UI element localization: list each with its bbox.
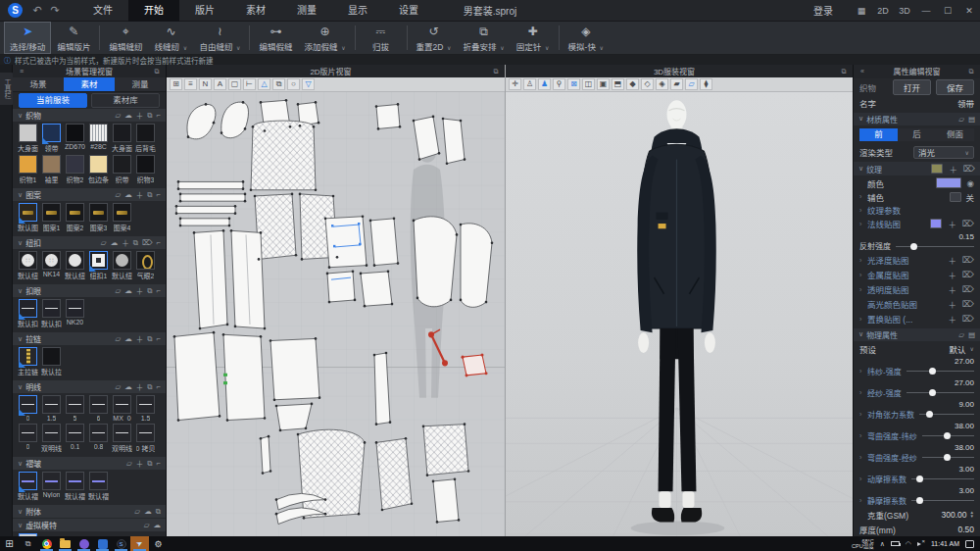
add-map-icon[interactable]: ＋ [948, 298, 956, 310]
network-icon[interactable]: ◠ [906, 540, 911, 548]
chevron-right-icon[interactable]: › [859, 389, 864, 396]
color-swatch[interactable] [936, 177, 961, 188]
delete-map-icon[interactable]: ⌦ [962, 255, 974, 265]
pattern-piece[interactable] [370, 219, 398, 266]
maximize-button[interactable]: ☐ [937, 0, 958, 22]
material-tile[interactable]: 0.1 [65, 424, 85, 453]
add-map-icon[interactable]: ＋ [948, 269, 956, 280]
ruler-icon[interactable]: ⊢ [243, 78, 256, 90]
plus-icon[interactable]: ＋ [136, 110, 144, 121]
view-cube-icon[interactable]: ⊠ [567, 78, 580, 90]
start-button[interactable]: ⊞ [0, 536, 19, 551]
folder-icon[interactable]: ▱ [115, 111, 121, 120]
folder-icon[interactable]: ▱ [115, 382, 121, 391]
chevron-down-icon[interactable]: ∨ [858, 115, 863, 123]
menu-文件[interactable]: 文件 [77, 0, 128, 22]
layout-3d-button[interactable]: 3D [894, 0, 915, 22]
subtab-当前服装[interactable]: 当前服装 [19, 93, 87, 108]
trash-icon[interactable]: ⌦ [142, 238, 153, 247]
chrome-app[interactable] [37, 536, 56, 551]
render-type-select[interactable]: 消光 ∨ [913, 146, 974, 159]
plus-icon[interactable]: ＋ [136, 458, 144, 469]
material-tile[interactable]: #28C [88, 124, 109, 153]
panel-collapse-icon[interactable]: « [858, 68, 867, 75]
shirt-icon[interactable]: △ [258, 78, 270, 90]
fold-arrange-button[interactable]: ⧉折叠安排 ∨ [458, 22, 511, 54]
material-tile[interactable]: 图案3 [88, 203, 109, 232]
pattern-piece[interactable] [261, 436, 270, 473]
chevron-right-icon[interactable]: › [859, 368, 864, 375]
texture-thumbnail[interactable] [931, 164, 943, 174]
volume-muted-icon[interactable] [917, 540, 925, 547]
copy-icon[interactable]: ⧉ [147, 334, 152, 344]
chevron-down-icon[interactable]: ∨ [858, 330, 863, 338]
property-slider[interactable] [911, 474, 974, 483]
iron-shape-button[interactable]: ⎓归拔 [359, 22, 404, 54]
material-tile[interactable]: 大身面 [18, 124, 38, 153]
chevron-right-icon[interactable]: › [859, 272, 864, 278]
gsm-stepper[interactable]: ▲▼ [970, 511, 974, 519]
material-tile[interactable]: NK20 [65, 299, 85, 328]
pattern-piece[interactable] [276, 404, 312, 430]
dropdown-caret-icon[interactable]: ∨ [543, 45, 549, 51]
chevron-right-icon[interactable]: › [859, 497, 864, 504]
material-tile[interactable]: 纽扣1 [88, 251, 109, 280]
menu-开始[interactable]: 开始 [128, 0, 179, 22]
panel-float-icon[interactable]: ⧉ [152, 68, 162, 75]
style3d-launcher-app[interactable]: S [112, 536, 130, 551]
copy-icon[interactable]: ⧉ [133, 238, 138, 248]
copy-icon[interactable]: ⧉ [147, 286, 152, 296]
property-slider[interactable] [922, 430, 974, 440]
delete-map-icon[interactable]: ⌦ [962, 219, 974, 228]
garment-mesh-icon[interactable]: ◇ [641, 78, 654, 90]
face-tab-侧面[interactable]: 侧面 [936, 128, 974, 141]
tab-素材[interactable]: 素材 [64, 77, 115, 91]
settings-app[interactable]: ⚙ [149, 536, 168, 551]
material-tile[interactable]: ZD670 [65, 124, 85, 153]
material-tile[interactable]: 袖里 [41, 155, 62, 184]
edit-pattern-button[interactable]: ✎编辑版片 [51, 22, 96, 54]
material-tile[interactable]: 双明线 [41, 424, 62, 453]
plus-icon[interactable]: ＋ [136, 189, 144, 200]
plus-icon[interactable]: ＋ [136, 381, 144, 392]
undo-icon[interactable]: ↶ [28, 4, 46, 17]
export-look-icon[interactable]: ⧫ [700, 78, 712, 90]
pattern-piece[interactable] [194, 230, 227, 328]
reset-2d-button[interactable]: ↺重置2D ∨ [411, 22, 458, 54]
pattern-name-icon[interactable]: N [199, 78, 212, 90]
pattern-canvas[interactable] [167, 92, 505, 536]
folder-icon[interactable]: ▱ [958, 330, 964, 339]
face-tab-后[interactable]: 后 [898, 128, 936, 141]
material-tile[interactable]: 领带 [41, 124, 62, 153]
material-tile[interactable]: 默认扣 [41, 299, 62, 328]
material-tile[interactable]: MX_0 [112, 395, 132, 422]
chevron-right-icon[interactable]: › [859, 193, 864, 200]
add-map-icon[interactable]: ＋ [948, 283, 956, 295]
material-tile[interactable]: 5 [65, 395, 85, 422]
chevron-down-icon[interactable]: ∨ [970, 345, 974, 352]
chevron-right-icon[interactable]: › [859, 316, 864, 323]
delete-texture-icon[interactable]: ⌦ [963, 164, 975, 174]
color-picker-icon[interactable]: ◉ [967, 178, 974, 188]
pattern-piece[interactable] [270, 338, 319, 399]
notes-icon[interactable]: ≡ [184, 78, 197, 90]
material-tile[interactable]: 默认纽 [65, 251, 85, 280]
pattern-piece[interactable] [178, 181, 243, 188]
material-tile[interactable]: 织物3 [135, 155, 156, 184]
bounding-icon[interactable]: ▢ [228, 78, 241, 90]
link-icon[interactable]: ⧉ [272, 78, 285, 90]
folder-icon[interactable]: ▱ [134, 507, 140, 516]
folder-icon[interactable]: ▱ [126, 459, 132, 468]
material-tile[interactable]: 图案4 [112, 203, 132, 232]
material-tile[interactable]: 主拉链 [18, 347, 38, 376]
menu-显示[interactable]: 显示 [332, 0, 383, 22]
material-tile[interactable]: 6 [88, 395, 109, 422]
menu-测量[interactable]: 测量 [281, 0, 332, 22]
chevron-right-icon[interactable]: › [859, 454, 864, 461]
delete-map-icon[interactable]: ⌦ [962, 299, 974, 309]
garment-icon[interactable]: ◆ [626, 78, 639, 90]
cloud-icon[interactable]: ☁ [124, 286, 132, 295]
chevron-down-icon[interactable]: ∨ [18, 335, 23, 343]
save-physical-icon[interactable]: ▤ [968, 330, 975, 339]
cloud-icon[interactable]: ☁ [124, 334, 132, 343]
